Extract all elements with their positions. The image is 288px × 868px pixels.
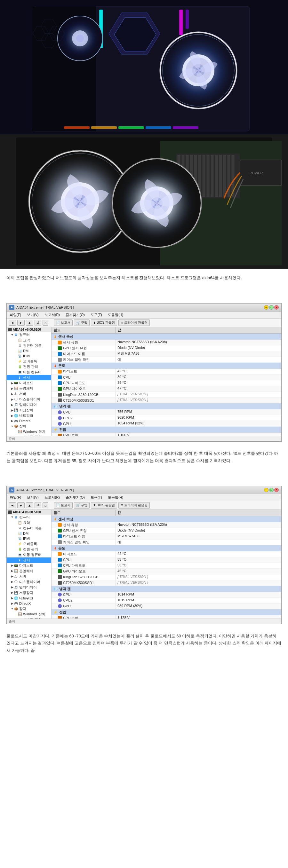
menu-tools-1[interactable]: 도구(T) [90,312,103,318]
menu-tools-2[interactable]: 도구(T) [90,495,103,500]
tree-directx-1[interactable]: ▶ 🎮 DirectX [7,418,51,424]
buy-icon-2: 🛒 [76,503,80,507]
tree-power-1[interactable]: ▶ 🔋 전원 관리 [7,364,51,369]
tree-storage-1[interactable]: ▶ 💾 저장장치 [7,407,51,413]
menu-favorites-2[interactable]: 즐겨찾기(O) [65,495,86,500]
toolbar-buy-1[interactable]: 🛒 구입 [74,319,90,326]
tree-multimedia-2[interactable]: ▶ 🎵 멀티미디어 [7,585,51,590]
tree-compname-2[interactable]: ▶ 🖥 컴퓨터 이름 [7,525,51,531]
footer-text-section: 풀로드시도 마찬가지다. 기준에는 60~70도에 가까운 수치였는데 풀리 설… [0,627,288,659]
menu-view-2[interactable]: 보기(V) [26,495,40,500]
section-sensor-attr-2: 🌡 센서 속성 [52,516,281,522]
tree-ipmi-1[interactable]: ▶ 📡 IPMI [7,353,51,359]
menu-help-2[interactable]: 도움말(H) [107,495,124,500]
tree-sensor-1[interactable]: ▶ 🌡 센서 [7,375,51,380]
tree-display-1[interactable]: ▶ 🖵 디스플레이어 [7,397,51,402]
menu-report-1[interactable]: 보고서(R) [44,312,61,318]
tree-summary-2[interactable]: ▶ 📋 요약 [7,520,51,525]
cpu-temp-label-2: CPU [63,558,70,562]
titlebar-left-2: A AIDA64 Extreme [ TRIAL VERSION ] [9,488,74,493]
nav-refresh-2[interactable]: ↺ [34,502,41,508]
tree-dmi-1[interactable]: ▶ 📊 DMI [7,348,51,353]
toolbar-report-1[interactable]: 📄 보고서 [54,319,73,326]
maximize-button-2[interactable]: □ [269,488,273,492]
nav-home-1[interactable]: ⌂ [42,320,49,326]
nav-home-2[interactable]: ⌂ [42,502,49,508]
menu-file-2[interactable]: 파일(F) [9,495,22,500]
svg-text:POWER: POWER [250,171,263,175]
tree-2[interactable]: ⬛ AIDA64 v6.00.5100 ▼ 🖥 컴퓨터 ▶ 📋 요약 ▶ 🖥 컴… [7,510,52,619]
tree-summary-1[interactable]: ▶ 📋 요약 [7,337,51,343]
toolbar-driver-2[interactable]: ⬆ 드라이버 판올림 [118,502,150,508]
column-header-2: 필드 값 [52,510,281,516]
section-temp-2: 🌡 온도 [52,545,281,551]
tree-server-2[interactable]: ▶ 🖧 서버 [7,574,51,579]
minimize-button-2[interactable]: ─ [264,488,268,492]
toolbar-driver-1[interactable]: ⬆ 드라이버 판올림 [118,319,150,326]
nav-back-2[interactable]: ◄ [9,502,16,508]
nav-up-1[interactable]: ▲ [26,320,33,326]
window-controls-1[interactable]: ─ □ ✕ [264,305,279,310]
tree-ipmi-2[interactable]: ▶ 📡 IPMI [7,536,51,541]
tree-motherboard-2[interactable]: ▶ 📟 마더보드 [7,563,51,568]
tree-server-1[interactable]: ▶ 🖧 서버 [7,391,51,397]
cpu-temp-icon [58,375,62,379]
tree-overclock-1[interactable]: ▶ ⚡ 오버클록 [7,359,51,364]
nav-forward-2[interactable]: ► [17,502,25,508]
svg-rect-30 [146,126,171,129]
menu-favorites-1[interactable]: 즐겨찾기(O) [65,312,86,318]
menu-report-2[interactable]: 보고서(R) [44,495,61,500]
menu-view-1[interactable]: 보기(V) [26,312,40,318]
tree-network-2[interactable]: ▶ 🌐 네트워크 [7,595,51,601]
ssd2-icon-2 [58,581,62,585]
tree-devices-2[interactable]: ▼ 📦 장치 [7,606,51,612]
tree-mobile-1[interactable]: ▶ 💻 이동 컴퓨터 [7,369,51,375]
close-button-1[interactable]: ✕ [274,305,279,310]
nav-up-2[interactable]: ▲ [26,502,33,508]
tree-sysdev-2[interactable]: ▶ ⚙ 시스템 장치 [7,617,51,619]
close-button-2[interactable]: ✕ [274,488,279,492]
menu-help-1[interactable]: 도움말(H) [107,312,124,318]
tree-directx-2[interactable]: ▶ 🎮 DirectX [7,601,51,606]
tree-windev-1[interactable]: ▶ 🪟 Windows 장치 [7,429,51,434]
tree-network-1[interactable]: ▶ 🌐 네트워크 [7,413,51,418]
tree-os-2[interactable]: ▶ 🪟 운영체제 [7,568,51,574]
tree-motherboard-1[interactable]: ▶ 📟 마더보드 [7,380,51,386]
tree-power-2[interactable]: ▶ 🔋 전원 관리 [7,547,51,552]
tree-compname-1[interactable]: ▶ 🖥 컴퓨터 이름 [7,343,51,348]
nav-back-1[interactable]: ◄ [9,320,16,326]
tree-display-2[interactable]: ▶ 🖵 디스플레이어 [7,579,51,585]
maximize-button-1[interactable]: □ [269,305,273,310]
svg-rect-47 [223,155,226,197]
toolbar-report-2[interactable]: 📄 보고서 [54,502,73,508]
tree-version-2: ⬛ AIDA64 v6.00.5100 [7,510,51,515]
tree-windev-2[interactable]: ▶ 🪟 Windows 장치 [7,612,51,617]
tree-devices-1[interactable]: ▼ 📦 장치 [7,424,51,429]
minimize-button-1[interactable]: ─ [264,305,268,310]
buy-icon-1: 🛒 [76,321,80,324]
nav-refresh-1[interactable]: ↺ [34,320,41,326]
tree-sensor-2[interactable]: ▶ 🌡 센서 [7,557,51,563]
section-fan-2: 💨 냉각 팬 [52,586,281,592]
tree-dmi-2[interactable]: ▶ 📊 DMI [7,531,51,536]
tree-mobile-2[interactable]: ▶ 💻 이동 컴퓨터 [7,552,51,557]
tree-multimedia-1[interactable]: ▶ 🎵 멀티미디어 [7,402,51,407]
tree-storage-2[interactable]: ▶ 💾 저장장치 [7,590,51,595]
app-icon-2: A [9,488,15,493]
gpu-diode-icon-2 [58,569,62,573]
tree-1[interactable]: ⬛ AIDA64 v6.00.5100 ▼ 🖥 컴퓨터 ▶ 📋 요약 ▶ 🖥 컴… [7,327,52,436]
tree-computer-2[interactable]: ▼ 🖥 컴퓨터 [7,515,51,520]
toolbar-buy-2[interactable]: 🛒 구입 [74,502,90,508]
row-gpu-diode-2: GPU 다이오도 45 °C [52,569,281,575]
tree-overclock-2[interactable]: ▶ ⚡ 오버클록 [7,541,51,547]
nav-forward-1[interactable]: ► [17,320,25,326]
tree-os-1[interactable]: ▶ 🪟 운영체제 [7,386,51,391]
tree-sysdev-1[interactable]: ▶ ⚙ 시스템 장치 [7,434,51,436]
toolbar-bios-1[interactable]: ⬆ BIOS 판올림 [91,319,117,326]
menu-file-1[interactable]: 파일(F) [9,312,22,318]
window-controls-2[interactable]: ─ □ ✕ [264,488,279,492]
section-fan-1: 💨 냉각 팬 [52,403,281,409]
tree-computer-1[interactable]: ▼ 🖥 컴퓨터 [7,332,51,337]
svg-rect-9 [185,9,189,29]
toolbar-bios-2[interactable]: ⬆ BIOS 판올림 [91,502,117,508]
